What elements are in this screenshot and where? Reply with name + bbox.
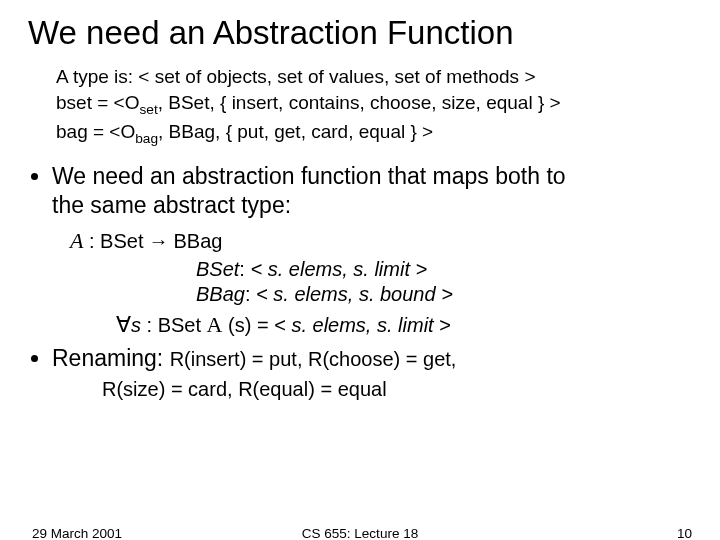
script-a: A <box>70 228 83 253</box>
bullet-list: We need an abstraction function that map… <box>34 162 700 220</box>
bbag-body: < s. elems, s. bound > <box>256 283 453 305</box>
afun-range: BBag <box>173 230 222 252</box>
bag-post: , BBag, { put, get, card, equal } > <box>158 121 433 142</box>
bset-label: BSet <box>196 258 239 280</box>
bset-pre: bset = <O <box>56 92 139 113</box>
forall-line: ∀s : BSet A (s) = < s. elems, s. limit > <box>116 312 700 338</box>
bullet1-line1: We need an abstraction function that map… <box>52 163 566 189</box>
forall-colon: : <box>141 314 158 336</box>
forall-icon: ∀ <box>116 312 131 337</box>
arrow-icon: → <box>143 230 173 252</box>
type-line-3: bag = <Obag, BBag, { put, get, card, equ… <box>56 119 700 148</box>
renaming-inline: R(insert) = put, R(choose) = get, <box>170 348 457 370</box>
forall-a: A <box>207 312 223 337</box>
abstraction-function: A : BSet → BBag <box>70 228 700 254</box>
footer-page: 10 <box>677 526 692 540</box>
renaming-lead: Renaming: <box>52 345 170 371</box>
definitions: BSet: < s. elems, s. limit > BBag: < s. … <box>20 258 700 338</box>
bbag-label: BBag <box>196 283 245 305</box>
forall-s: s <box>131 314 141 336</box>
forall-close: > <box>434 314 451 336</box>
bset-sub: set <box>139 101 157 116</box>
bullet-abstraction: We need an abstraction function that map… <box>52 162 700 220</box>
bbag-def: BBag: < s. elems, s. bound > <box>196 283 700 306</box>
forall-bset: BSet <box>158 314 201 336</box>
slide-title: We need an Abstraction Function <box>28 14 700 52</box>
bset-colon: : <box>239 258 250 280</box>
bag-pre: bag = <O <box>56 121 135 142</box>
bag-sub: bag <box>135 131 158 146</box>
afun-domain: : BSet <box>83 230 143 252</box>
forall-body: s. elems, s. limit <box>291 314 433 336</box>
bset-body: < s. elems, s. limit > <box>250 258 427 280</box>
bullet1-line2: the same abstract type: <box>52 191 700 220</box>
forall-paren: (s) = < <box>222 314 291 336</box>
footer-course: CS 655: Lecture 18 <box>0 526 720 540</box>
type-line-1: A type is: < set of objects, set of valu… <box>56 64 700 90</box>
renaming-continuation: R(size) = card, R(equal) = equal <box>102 378 700 401</box>
bset-def: BSet: < s. elems, s. limit > <box>196 258 700 281</box>
bbag-colon: : <box>245 283 256 305</box>
type-line-2: bset = <Oset, BSet, { insert, contains, … <box>56 90 700 119</box>
type-definition-block: A type is: < set of objects, set of valu… <box>56 64 700 148</box>
bset-post: , BSet, { insert, contains, choose, size… <box>158 92 561 113</box>
bullet-renaming: Renaming: R(insert) = put, R(choose) = g… <box>52 344 700 373</box>
bullet-list-2: Renaming: R(insert) = put, R(choose) = g… <box>34 344 700 373</box>
